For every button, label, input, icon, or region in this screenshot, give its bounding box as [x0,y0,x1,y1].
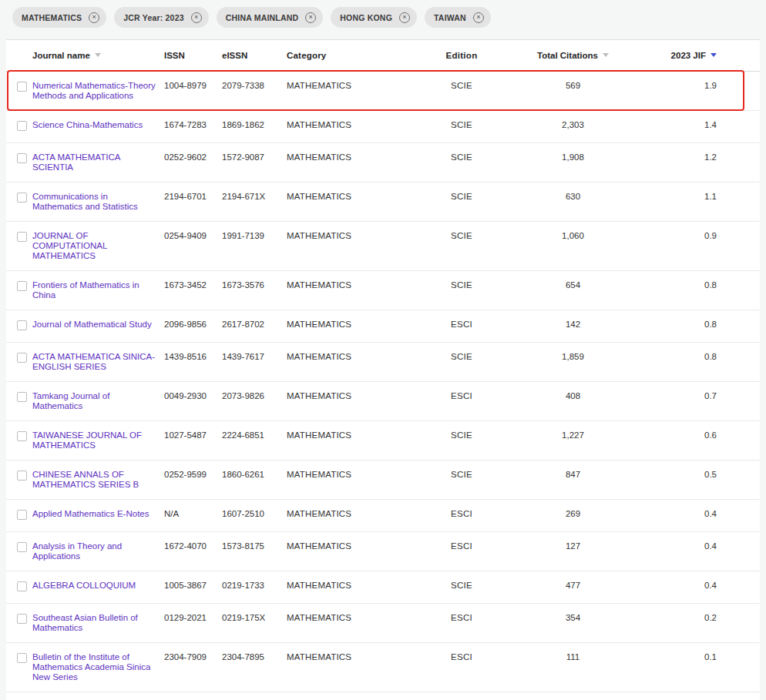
eissn-value: 2073-9826 [222,382,287,420]
eissn-value: 1673-3576 [222,271,287,310]
journal-link[interactable]: Numerical Mathematics-Theory Methods and… [32,81,160,101]
sort-desc-active-icon[interactable] [711,53,717,57]
journal-name-cell: Southeast Asian Bulletin of Mathematics [32,604,164,642]
jif-value: 0.6 [644,421,760,460]
journal-link[interactable]: Bulletin of the Institute of Mathematics… [32,652,160,682]
edition-value: SCIE [422,271,506,310]
edition-value: ESCI [422,500,506,531]
category-value: MATHEMATICS [287,421,422,460]
eissn-value: 1991-7139 [222,222,287,270]
row-checkbox[interactable] [17,281,27,291]
jif-value: 0.1 [644,643,760,692]
row-checkbox[interactable] [17,614,27,624]
journal-link[interactable]: Communications in Mathematics and Statis… [32,192,160,212]
remove-filter-icon[interactable]: × [399,12,410,23]
category-value: MATHEMATICS [287,461,422,499]
column-header-issn: ISSN [164,40,222,71]
citations-value: 127 [506,532,644,571]
category-value: MATHEMATICS [287,271,422,310]
remove-filter-icon[interactable]: × [473,12,484,23]
row-checkbox[interactable] [17,82,27,92]
journal-link[interactable]: Science China-Mathematics [32,120,143,130]
row-checkbox[interactable] [17,581,27,591]
journal-link[interactable]: JOURNAL OF COMPUTATIONAL MATHEMATICS [32,231,160,261]
row-checkbox[interactable] [17,392,27,402]
table-body: Numerical Mathematics-Theory Methods and… [6,72,760,692]
eissn-value: 0219-1733 [222,571,287,603]
journal-link[interactable]: Frontiers of Mathematics in China [32,280,160,300]
remove-filter-icon[interactable]: × [191,12,202,23]
journal-link[interactable]: Applied Mathematics E-Notes [32,509,149,519]
edition-value: ESCI [422,604,506,642]
filter-chip-label: MATHEMATICS [22,13,82,22]
filter-chip[interactable]: HONG KONG × [331,7,417,28]
issn-value: 1439-8516 [164,343,222,381]
jif-value: 0.8 [644,310,760,342]
citations-value: 630 [506,183,644,221]
column-header-jif[interactable]: 2023 JIF [644,40,760,71]
citations-value: 111 [506,643,644,692]
edition-value: ESCI [422,310,506,342]
remove-filter-icon[interactable]: × [305,12,316,23]
row-checkbox[interactable] [17,121,27,131]
sort-desc-icon[interactable] [95,53,101,57]
row-checkbox[interactable] [17,431,27,441]
journal-name-cell: ALGEBRA COLLOQUIUM [32,571,164,603]
row-checkbox[interactable] [17,193,27,203]
eissn-value: 0219-175X [222,604,287,642]
table-row: CHINESE ANNALS OF MATHEMATICS SERIES B 0… [6,461,760,500]
row-checkbox[interactable] [17,320,27,330]
journal-name-cell: Analysis in Theory and Applications [32,532,164,571]
row-checkbox[interactable] [17,653,27,663]
eissn-value: 1573-8175 [222,532,287,571]
row-checkbox[interactable] [17,353,27,363]
table-row: TAIWANESE JOURNAL OF MATHEMATICS 1027-54… [6,421,760,461]
table-row: ACTA MATHEMATICA SINICA-ENGLISH SERIES 1… [6,343,760,382]
journal-link[interactable]: CHINESE ANNALS OF MATHEMATICS SERIES B [32,470,160,490]
row-checkbox[interactable] [17,510,27,520]
column-header-edition: Edition [422,40,506,71]
issn-value: 1004-8979 [164,72,222,110]
sort-desc-icon[interactable] [603,53,609,57]
filter-bar: MATHEMATICS × JCR Year: 2023 × CHINA MAI… [0,0,766,35]
checkbox-cell [6,271,32,310]
row-checkbox[interactable] [17,471,27,481]
checkbox-cell [6,461,32,499]
journal-link[interactable]: Southeast Asian Bulletin of Mathematics [32,613,160,633]
edition-value: SCIE [422,143,506,182]
journal-link[interactable]: ACTA MATHEMATICA SINICA-ENGLISH SERIES [32,352,160,372]
citations-value: 477 [506,571,644,603]
edition-value: SCIE [422,571,506,603]
journal-link[interactable]: Journal of Mathematical Study [32,320,152,330]
journal-link[interactable]: Analysis in Theory and Applications [32,541,160,561]
issn-value: 1672-4070 [164,532,222,571]
journal-link[interactable]: TAIWANESE JOURNAL OF MATHEMATICS [32,430,160,450]
issn-value: 0129-2021 [164,604,222,642]
edition-value: SCIE [422,461,506,499]
jif-value: 0.4 [644,532,760,571]
filter-chip[interactable]: MATHEMATICS × [12,7,106,28]
citations-value: 569 [506,72,644,110]
category-value: MATHEMATICS [287,111,422,142]
column-header-journal[interactable]: Journal name [32,40,164,71]
category-value: MATHEMATICS [287,222,422,270]
journal-link[interactable]: Tamkang Journal of Mathematics [32,391,160,411]
row-checkbox[interactable] [17,542,27,552]
column-header-citations[interactable]: Total Citations [506,40,644,71]
row-checkbox[interactable] [17,153,27,163]
row-checkbox[interactable] [17,232,27,242]
journal-link[interactable]: ACTA MATHEMATICA SCIENTIA [32,152,160,172]
journal-link[interactable]: ALGEBRA COLLOQUIUM [32,581,136,591]
journal-name-cell: Numerical Mathematics-Theory Methods and… [32,72,164,110]
filter-chip[interactable]: TAIWAN × [425,7,491,28]
table-row: Science China-Mathematics 1674-7283 1869… [6,111,760,143]
remove-filter-icon[interactable]: × [89,12,99,23]
edition-value: SCIE [422,111,506,142]
citations-value: 2,303 [506,111,644,142]
journal-name-cell: Applied Mathematics E-Notes [32,500,164,531]
filter-chip[interactable]: CHINA MAINLAND × [217,7,324,28]
filter-chip[interactable]: JCR Year: 2023 × [114,7,209,28]
edition-value: ESCI [422,643,506,692]
journal-name-cell: Frontiers of Mathematics in China [32,271,164,310]
checkbox-cell [6,500,32,531]
